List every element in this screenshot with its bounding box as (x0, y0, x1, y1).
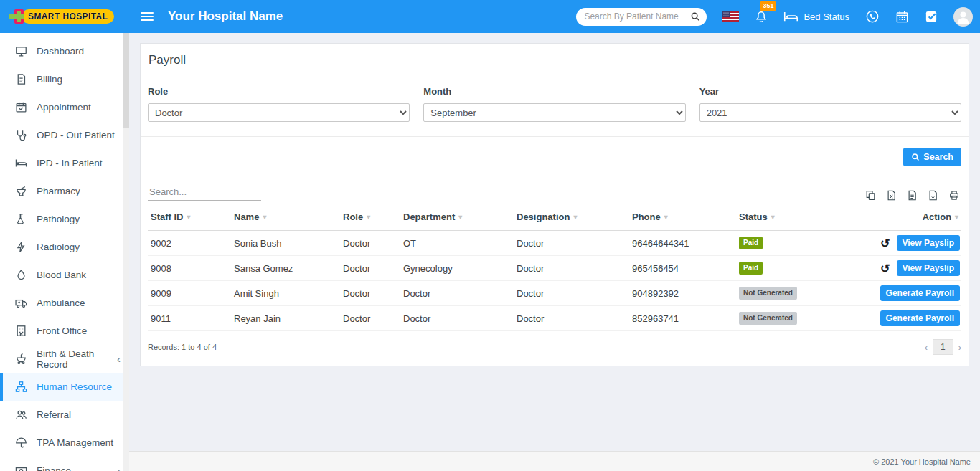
phone-cell: 904892392 (629, 281, 736, 306)
sidebar-item-opd-out-patient[interactable]: OPD - Out Patient (0, 121, 129, 149)
hospital-title: Your Hospital Name (168, 9, 283, 24)
billing-icon (15, 73, 27, 85)
language-flag-icon[interactable] (722, 11, 739, 22)
phone-cell: 965456454 (629, 256, 736, 281)
pdf-icon[interactable] (928, 190, 938, 201)
prev-page-icon[interactable]: ‹ (925, 342, 928, 353)
column-header-status[interactable]: Status▼ (736, 202, 851, 231)
sidebar-item-billing[interactable]: Billing (0, 65, 129, 93)
month-label: Month (423, 86, 685, 97)
page-number[interactable]: 1 (933, 339, 953, 355)
column-header-department[interactable]: Department▼ (400, 202, 514, 231)
column-header-role[interactable]: Role▼ (340, 202, 400, 231)
sidebar-item-birth-death-record[interactable]: Birth & Death Record‹ (0, 345, 129, 373)
tpa-icon (15, 437, 27, 449)
generate-payroll-button[interactable]: Generate Payroll (880, 310, 960, 326)
notifications-bell[interactable]: 351 (755, 10, 768, 24)
export-toolbar (865, 190, 961, 201)
sidebar-item-label: Blood Bank (37, 270, 86, 280)
csv-icon[interactable] (907, 190, 918, 201)
sidebar-item-ipd-in-patient[interactable]: IPD - In Patient (0, 149, 129, 177)
referral-icon (15, 409, 27, 421)
sidebar-item-appointment[interactable]: Appointment (0, 93, 129, 121)
role-select[interactable]: Doctor (148, 103, 410, 122)
column-header-phone[interactable]: Phone▼ (629, 202, 736, 231)
sidebar-item-front-office[interactable]: Front Office (0, 317, 129, 345)
print-icon[interactable] (948, 190, 960, 201)
sidebar-item-human-resource[interactable]: Human Resource (0, 373, 129, 401)
whatsapp-icon[interactable] (865, 9, 880, 24)
ambulance-icon (15, 297, 27, 309)
sidebar-item-referral[interactable]: Referral (0, 401, 129, 429)
revert-payroll-icon[interactable]: ↺ (880, 237, 890, 249)
blood-bank-icon (15, 269, 27, 281)
front-office-icon (15, 325, 27, 337)
sort-caret-icon: ▼ (770, 214, 776, 221)
opd-icon (15, 129, 27, 141)
finance-icon (15, 465, 27, 471)
sidebar-item-pharmacy[interactable]: Pharmacy (0, 177, 129, 205)
sidebar-item-label: OPD - Out Patient (37, 130, 115, 141)
bed-icon (783, 11, 798, 22)
sidebar-item-blood-bank[interactable]: Blood Bank (0, 261, 129, 289)
action-cell: Generate Payroll (851, 281, 961, 306)
sidebar-item-ambulance[interactable]: Ambulance (0, 289, 129, 317)
designation-cell: Doctor (514, 281, 629, 306)
view-payslip-button[interactable]: View Payslip (897, 235, 961, 251)
status-badge: Paid (739, 262, 763, 275)
hamburger-menu-icon[interactable] (141, 10, 154, 23)
radiology-icon (15, 241, 27, 253)
task-check-icon[interactable] (925, 10, 938, 23)
footer: © 2021 Your Hospital Name (129, 451, 980, 471)
patient-search-input[interactable] (583, 11, 690, 22)
staff-id-cell: 9009 (148, 281, 231, 306)
payroll-table: Staff ID▼Name▼Role▼Department▼Designatio… (148, 202, 961, 331)
staff-id-cell: 9011 (148, 306, 231, 331)
bed-status-button[interactable]: Bed Status (783, 11, 849, 22)
table-row: 9002Sonia BushDoctorOTDoctor96464644341P… (148, 231, 961, 256)
role-cell: Doctor (340, 306, 400, 331)
status-badge: Paid (739, 237, 763, 249)
phone-cell: 96464644341 (629, 231, 736, 256)
role-label: Role (148, 86, 410, 97)
copy-icon[interactable] (865, 190, 876, 201)
sidebar-item-label: Front Office (37, 325, 87, 336)
next-page-icon[interactable]: › (958, 342, 961, 353)
column-header-name[interactable]: Name▼ (231, 202, 340, 231)
table-search-input[interactable] (148, 184, 261, 201)
pharmacy-icon (15, 185, 27, 197)
role-cell: Doctor (340, 231, 400, 256)
column-header-action[interactable]: Action▼ (851, 202, 961, 231)
designation-cell: Doctor (514, 256, 629, 281)
search-icon[interactable] (690, 11, 700, 22)
sidebar-item-label: Birth & Death Record (37, 348, 108, 370)
calendar-icon[interactable] (895, 10, 909, 24)
sidebar-item-dashboard[interactable]: Dashboard (0, 37, 129, 65)
app-logo[interactable]: SMART HOSPITAL (0, 7, 129, 26)
bed-status-label: Bed Status (804, 11, 849, 22)
sort-caret-icon: ▼ (186, 214, 192, 221)
column-header-staff-id[interactable]: Staff ID▼ (148, 202, 231, 231)
action-cell: ↺View Payslip (851, 231, 961, 256)
user-avatar[interactable] (953, 7, 973, 27)
month-select[interactable]: September (423, 103, 685, 122)
ipd-icon (15, 157, 27, 169)
year-select[interactable]: 2021 (699, 103, 961, 122)
sidebar-navigation: DashboardBillingAppointmentOPD - Out Pat… (0, 33, 129, 471)
generate-payroll-button[interactable]: Generate Payroll (880, 285, 960, 301)
search-button[interactable]: Search (903, 148, 961, 166)
designation-cell: Doctor (514, 231, 629, 256)
column-header-designation[interactable]: Designation▼ (514, 202, 629, 231)
action-cell: ↺View Payslip (851, 256, 961, 281)
revert-payroll-icon[interactable]: ↺ (880, 262, 890, 275)
role-cell: Doctor (340, 256, 400, 281)
pathology-icon (15, 213, 27, 225)
view-payslip-button[interactable]: View Payslip (897, 260, 961, 276)
excel-icon[interactable] (886, 190, 897, 201)
sidebar-item-pathology[interactable]: Pathology (0, 205, 129, 233)
sidebar-item-radiology[interactable]: Radiology (0, 233, 129, 261)
sidebar-scrollbar[interactable] (123, 33, 129, 471)
name-cell: Reyan Jain (231, 306, 340, 331)
sidebar-item-tpa-management[interactable]: TPA Management (0, 429, 129, 457)
sidebar-item-finance[interactable]: Finance‹ (0, 457, 129, 471)
